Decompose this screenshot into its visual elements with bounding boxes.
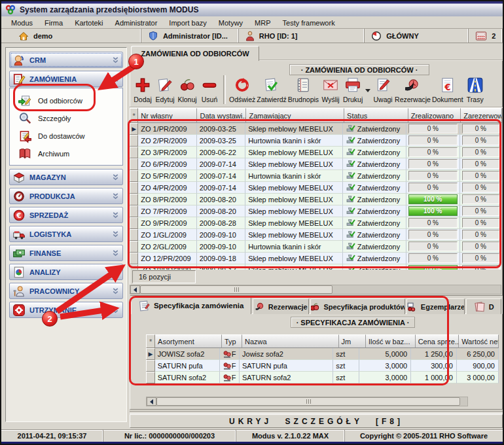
menu-item-firma[interactable]: Firma <box>39 18 69 28</box>
toolbar-button-wyślij[interactable]: Wyślij <box>319 75 342 103</box>
toolbar-button-dokument[interactable]: €Dokument <box>431 75 464 103</box>
sidebar-section-crm[interactable]: CRM <box>9 52 123 68</box>
topbar-cell-rho-id-1[interactable]: RHO [ID: 1] <box>239 29 365 43</box>
toolbar-button-trasy[interactable]: Trasy <box>464 75 486 103</box>
details-tab-specyfikacja-produktów[interactable]: Specyfikacja produktów <box>310 298 405 314</box>
orders-table-row[interactable]: ZO 2/PR/20092009-03-25Hurtownia tkanin i… <box>130 135 502 147</box>
sidebar-item-szczegóły[interactable]: Szczegóły <box>18 109 122 127</box>
spec-column-header-wartość-netto[interactable]: Wartość netto <box>459 334 499 348</box>
orders-column-header-status[interactable]: Status <box>344 108 408 123</box>
menu-item-modus[interactable]: Modus <box>5 18 39 28</box>
details-hscrollbar[interactable] <box>146 397 468 406</box>
row-selector[interactable] <box>130 194 138 205</box>
spec-column-header-nazwa[interactable]: Nazwa <box>242 334 339 348</box>
scrollbar-thumb[interactable] <box>156 397 460 406</box>
spec-table-row[interactable]: ▶JOWISZ sofa2FJowisz sofa2szt5,00001 250… <box>146 348 499 360</box>
sidebar-section-logistyka[interactable]: LOGISTYKA <box>9 226 123 242</box>
sidebar-section-zamówienia[interactable]: ZAMÓWIENIA <box>9 71 123 87</box>
scroll-left-button[interactable] <box>147 397 156 406</box>
toolbar-button-odśwież[interactable]: Odśwież <box>228 75 256 103</box>
row-selector[interactable] <box>130 217 138 229</box>
toolbar-button-brudnopis[interactable]: Brudnopis <box>287 75 319 103</box>
dropdown-arrow-icon[interactable] <box>365 89 370 92</box>
orders-table-row[interactable]: ▶ZO 1/PR/20092009-03-25Sklep meblowy MEB… <box>130 123 502 135</box>
toolbar-button-dodaj[interactable]: Dodaj <box>132 75 154 103</box>
row-selector[interactable] <box>130 147 138 158</box>
row-selector[interactable] <box>130 158 138 170</box>
row-selector[interactable] <box>130 241 138 253</box>
row-selector[interactable] <box>130 170 138 182</box>
orders-column-header-zamawiający[interactable]: Zamawiający <box>246 108 344 123</box>
orders-table-row[interactable]: ZO 2/GL/20092009-09-10Hurtownia tkanin i… <box>130 241 502 253</box>
sidebar-section-finanse[interactable]: FINANSE <box>9 245 123 261</box>
scrollbar-thumb[interactable] <box>140 285 333 294</box>
spec-table-row[interactable]: SATURN pufaFSATURN pufaszt3,0000300,0090… <box>146 360 499 372</box>
row-selector[interactable] <box>130 229 138 241</box>
row-selector[interactable] <box>146 372 155 383</box>
scroll-left-button[interactable] <box>130 285 140 294</box>
details-tab-d[interactable]: D <box>466 298 501 314</box>
toolbar-button-rezerwacje[interactable]: Rezerwacje <box>394 75 431 103</box>
menu-item-motywy[interactable]: Motywy <box>213 18 249 28</box>
orders-table-row[interactable]: ZO 9/PR/20092009-08-28Sklep meblowy MEBE… <box>130 217 502 229</box>
orders-table-row[interactable]: ZO 7/PR/20092009-08-20Sklep meblowy MEBE… <box>130 205 502 217</box>
details-tab-egzemplarze[interactable]: Egzemplarze <box>406 298 465 314</box>
orders-table-row[interactable]: ZO 4/PR/20092009-07-14Sklep meblowy MEBE… <box>130 182 502 194</box>
row-selector[interactable] <box>130 253 138 264</box>
topbar-cell-główny[interactable]: GŁÓWNY <box>365 29 469 43</box>
row-selector[interactable] <box>130 264 138 270</box>
orders-table-row[interactable]: ZO 1/GL/20092009-09-10Sklep meblowy MEBE… <box>130 229 502 241</box>
hide-details-button[interactable]: UKRYJ SZCZEGÓŁY [F8] <box>130 414 503 428</box>
sidebar-section-magazyn[interactable]: MAGAZYN <box>9 169 123 185</box>
sidebar-item-od-odbiorców[interactable]: Od odbiorców <box>18 92 122 109</box>
toolbar-button-uwagi[interactable]: Uwagi <box>372 75 394 103</box>
spec-column-header-asortyment[interactable]: Asortyment <box>155 334 222 348</box>
spec-column-header-jm[interactable]: Jm <box>339 334 366 348</box>
menu-item-testy-framework[interactable]: Testy framework <box>277 18 341 28</box>
spec-column-header-cena-sprze[interactable]: Cena sprze... <box>416 334 459 348</box>
menu-item-kartoteki[interactable]: Kartoteki <box>69 18 109 28</box>
tab-zamowienia-od-odbiorcow[interactable]: ZAMÓWIENIA OD ODBIORCÓW <box>131 46 259 61</box>
row-selector[interactable] <box>130 135 138 147</box>
details-tab-specyfikacja-zamówienia[interactable]: Specyfikacja zamówienia <box>131 297 251 314</box>
row-selector[interactable]: ▶ <box>130 123 138 135</box>
row-selector[interactable] <box>130 205 138 217</box>
topbar-cell-demo[interactable]: demo <box>1 29 141 43</box>
orders-column-header-nr-własny[interactable]: Nr własny <box>138 108 197 123</box>
spec-column-header-typ[interactable]: Typ <box>222 334 242 348</box>
orders-table-row[interactable]: ZO 3/PR/20092009-06-22Sklep meblowy MEBE… <box>130 147 502 158</box>
orders-table-row[interactable]: ZO 12/PR/20092009-09-18Sklep meblowy MEB… <box>130 253 502 264</box>
orders-column-header-zrealizowano[interactable]: Zrealizowano <box>408 108 461 123</box>
sidebar-item-archiwum[interactable]: Archiwum <box>18 145 122 162</box>
orders-table-row[interactable]: ZO 8/PR/20092009-08-20Sklep meblowy MEBE… <box>130 194 502 205</box>
row-selector[interactable] <box>146 360 155 372</box>
toolbar-button-zatwierdź[interactable]: Zatwierdź <box>256 75 287 103</box>
row-selector[interactable]: ▶ <box>146 348 155 360</box>
spec-table-row[interactable]: SATURN sofa2FSATURN sofa2szt3,00001 000,… <box>146 372 499 383</box>
sidebar-section-sprzedaż[interactable]: €SPRZEDAŻ <box>9 207 123 223</box>
sidebar-section-utrzymanie[interactable]: UTRZYMANIE ... <box>9 302 123 318</box>
sidebar-section-analizy[interactable]: ANALIZY <box>9 264 123 280</box>
toolbar-button-edytuj[interactable]: Edytuj <box>154 75 176 103</box>
topbar-cell-administrator-id[interactable]: Administrator [ID... <box>141 29 239 43</box>
topbar-cell-2[interactable]: 2 <box>469 29 503 43</box>
menu-item-mrp[interactable]: MRP <box>249 18 276 28</box>
toolbar-button-usuń[interactable]: Usuń <box>198 75 221 103</box>
details-tab-rezerwacje[interactable]: Rezerwacje <box>253 298 309 314</box>
toolbar-button-klonuj[interactable]: Klonuj <box>176 75 198 103</box>
orders-hscrollbar[interactable] <box>130 285 501 294</box>
toolbar-button-drukuj[interactable]: Drukuj <box>342 75 364 103</box>
sidebar-item-do-dostawców[interactable]: Do dostawców <box>18 127 122 145</box>
orders-table-row[interactable]: ZO 10/PR/20092009-09-17Sklep meblowy MEB… <box>130 264 502 270</box>
menu-item-import-bazy[interactable]: Import bazy <box>163 18 212 28</box>
menu-item-administrator[interactable]: Administrator <box>109 18 164 28</box>
row-selector[interactable] <box>130 182 138 194</box>
orders-column-header-zarezerwowa[interactable]: Zarezerwowa... <box>461 108 502 123</box>
orders-column-header-data-wystawi[interactable]: Data wystawi... <box>197 108 246 123</box>
orders-table-row[interactable]: ZO 5/PR/20092009-07-14Hurtownia tkanin i… <box>130 170 502 182</box>
sidebar-section-produkcja[interactable]: PRODUKCJA <box>9 188 123 204</box>
spec-column-header-ilość-w-baz[interactable]: Ilość w baz... <box>366 334 416 348</box>
sales-icon: € <box>12 209 26 222</box>
sidebar-section-pracownicy[interactable]: PRACOWNICY <box>9 283 123 299</box>
orders-table-row[interactable]: ZO 6/PR/20092009-07-14Sklep meblowy MEBE… <box>130 158 502 170</box>
